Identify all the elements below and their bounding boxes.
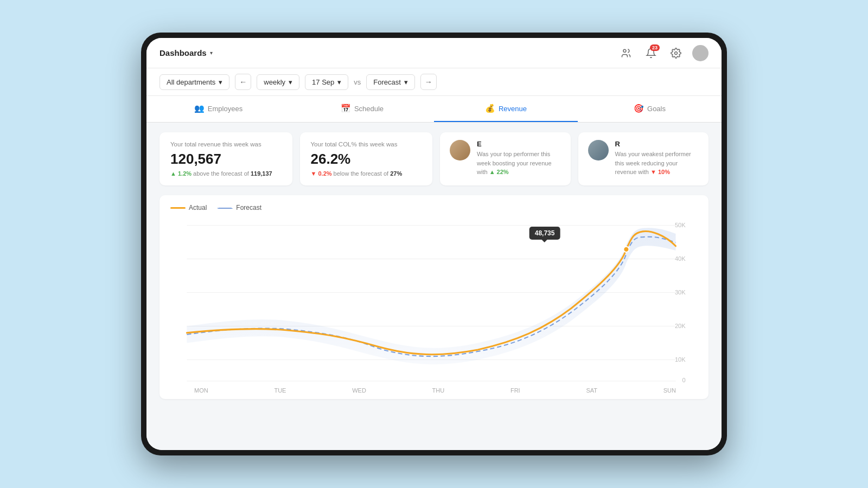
tab-goals[interactable]: 🎯 Goals: [578, 96, 722, 122]
x-axis-labels: MON TUE WED THU FRI SAT SUN: [170, 385, 698, 394]
prev-arrow[interactable]: ←: [235, 74, 251, 90]
avatar[interactable]: [692, 45, 709, 61]
col-kpi-sub: ▼ 0.2% below the forecast of 27%: [311, 170, 422, 177]
notification-badge: 23: [650, 44, 660, 51]
chart-card: Actual Forecast 48,735: [159, 195, 709, 399]
employees-icon: 👥: [194, 104, 205, 113]
revenue-kpi-label: Your total revenue this week was: [170, 141, 282, 147]
chart-legend: Actual Forecast: [170, 204, 698, 211]
svg-text:50K: 50K: [675, 221, 686, 228]
header: Dashboards ▾ 23: [146, 38, 722, 68]
svg-point-14: [623, 247, 629, 252]
weak-performer-desc: Was your weakest performer this week red…: [615, 150, 699, 177]
top-performer-name: E: [477, 140, 561, 148]
top-performer-info: E Was your top performer this week boost…: [477, 140, 561, 177]
svg-text:30K: 30K: [675, 288, 686, 295]
schedule-icon: 📅: [341, 104, 351, 113]
svg-text:40K: 40K: [675, 255, 686, 261]
svg-text:20K: 20K: [675, 322, 686, 329]
tab-schedule[interactable]: 📅 Schedule: [290, 96, 434, 122]
period-chevron-icon: ▾: [289, 78, 292, 86]
x-label-fri: FRI: [510, 387, 520, 394]
goals-icon: 🎯: [634, 104, 644, 113]
revenue-icon: 💰: [485, 104, 495, 113]
legend-forecast-label: Forecast: [236, 204, 261, 211]
svg-text:0: 0: [682, 377, 686, 383]
weak-performer-card: R Was your weakest performer this week r…: [578, 132, 709, 185]
tab-revenue-label: Revenue: [499, 105, 527, 113]
x-label-sun: SUN: [663, 387, 676, 394]
legend-actual-label: Actual: [189, 204, 207, 211]
dashboards-chevron-icon[interactable]: ▾: [210, 50, 213, 56]
tab-revenue[interactable]: 💰 Revenue: [434, 96, 578, 122]
x-label-mon: MON: [194, 387, 208, 394]
date-dropdown[interactable]: 17 Sep ▾: [305, 74, 348, 90]
header-right: 23: [617, 44, 709, 62]
tabs: 👥 Employees 📅 Schedule 💰 Revenue 🎯 Goals: [146, 96, 722, 123]
top-performer-card: E Was your top performer this week boost…: [440, 132, 571, 185]
forecast-line-icon: [218, 208, 233, 209]
period-dropdown[interactable]: weekly ▾: [257, 74, 299, 90]
toolbar: All departments ▾ ← weekly ▾ 17 Sep ▾ vs…: [146, 68, 722, 96]
x-label-thu: THU: [432, 387, 445, 394]
top-performer-avatar: [450, 140, 470, 160]
tab-employees-label: Employees: [208, 105, 242, 113]
main-content: Your total revenue this week was 120,567…: [146, 123, 722, 450]
chart-container: 48,735 50K 40K 30K 20K 1: [170, 217, 698, 385]
legend-forecast: Forecast: [218, 204, 261, 211]
svg-text:10K: 10K: [675, 356, 686, 362]
weak-performer-info: R Was your weakest performer this week r…: [615, 140, 699, 177]
dashboards-title: Dashboards: [159, 48, 207, 57]
vs-label: vs: [354, 78, 361, 86]
svg-point-0: [623, 49, 626, 52]
date-chevron-icon: ▾: [337, 78, 341, 86]
notification-icon-btn[interactable]: 23: [642, 44, 660, 62]
tab-employees[interactable]: 👥 Employees: [146, 96, 290, 122]
x-label-wed: WED: [352, 387, 366, 394]
kpi-row: Your total revenue this week was 120,567…: [159, 132, 709, 185]
col-kpi-card: Your total COL% this week was 26.2% ▼ 0.…: [300, 132, 433, 185]
revenue-kpi-card: Your total revenue this week was 120,567…: [159, 132, 292, 185]
compare-chevron-icon: ▾: [404, 78, 408, 86]
col-kpi-value: 26.2%: [311, 151, 422, 168]
actual-line-icon: [170, 207, 186, 209]
revenue-kpi-sub: ▲ 1.2% above the forecast of 119,137: [170, 170, 282, 177]
svg-point-1: [675, 52, 678, 54]
dept-chevron-icon: ▾: [219, 78, 222, 86]
revenue-kpi-value: 120,567: [170, 151, 282, 168]
weak-performer-avatar: [588, 140, 609, 160]
department-dropdown[interactable]: All departments ▾: [159, 74, 229, 90]
chart-svg: 50K 40K 30K 20K 10K 0: [170, 217, 698, 385]
x-label-tue: TUE: [274, 387, 286, 394]
top-performer-desc: Was your top performer this week boostin…: [477, 150, 561, 177]
tab-goals-label: Goals: [647, 105, 666, 113]
col-kpi-label: Your total COL% this week was: [311, 141, 422, 147]
x-label-sat: SAT: [586, 387, 597, 394]
legend-actual: Actual: [170, 204, 207, 211]
compare-dropdown[interactable]: Forecast ▾: [366, 74, 415, 90]
header-left: Dashboards ▾: [159, 48, 213, 57]
team-icon-btn[interactable]: [617, 44, 635, 62]
weak-performer-name: R: [615, 140, 699, 148]
next-arrow[interactable]: →: [420, 74, 437, 90]
tab-schedule-label: Schedule: [354, 105, 384, 113]
settings-icon-btn[interactable]: [667, 44, 685, 62]
